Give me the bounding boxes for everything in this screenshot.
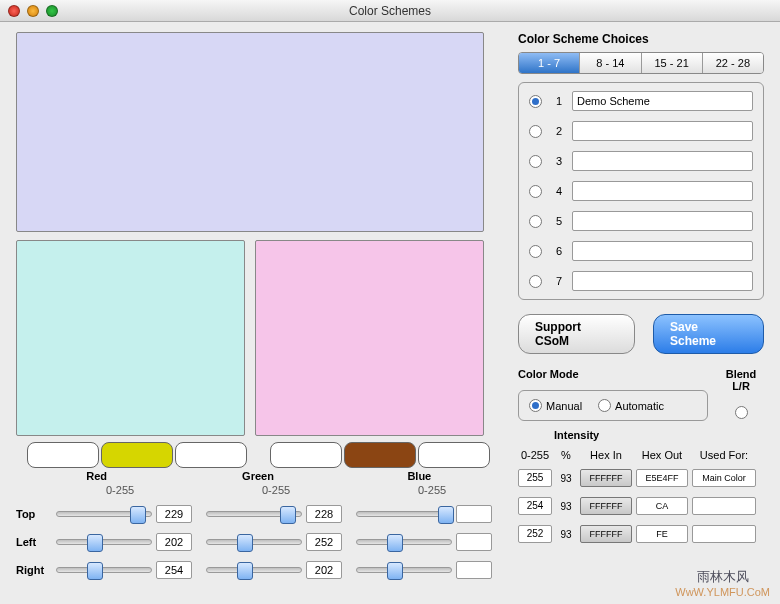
scheme-radio-6[interactable] bbox=[529, 245, 542, 258]
used-2 bbox=[692, 525, 756, 543]
used-1 bbox=[692, 497, 756, 515]
blend-radio[interactable] bbox=[735, 406, 748, 419]
scheme-name-4[interactable] bbox=[572, 181, 753, 201]
chip-green-1[interactable] bbox=[270, 442, 342, 468]
row-top-label: Top bbox=[16, 508, 50, 520]
slider-right-r[interactable] bbox=[56, 567, 152, 573]
tab-1-7[interactable]: 1 - 7 bbox=[519, 53, 580, 73]
chip-green-3[interactable] bbox=[418, 442, 490, 468]
chip-red-2[interactable] bbox=[101, 442, 173, 468]
val-left-r[interactable]: 202 bbox=[156, 533, 192, 551]
val-right-b[interactable] bbox=[456, 561, 492, 579]
mode-title: Color Mode bbox=[518, 368, 708, 380]
hexout-2: FE bbox=[636, 525, 688, 543]
chip-red-1[interactable] bbox=[27, 442, 99, 468]
val-right-r[interactable]: 254 bbox=[156, 561, 192, 579]
blend-label: Blend L/R bbox=[718, 368, 764, 392]
scheme-radio-2[interactable] bbox=[529, 125, 542, 138]
left-swatch bbox=[16, 240, 245, 436]
scheme-name-6[interactable] bbox=[572, 241, 753, 261]
window-title: Color Schemes bbox=[0, 4, 780, 18]
scheme-radio-3[interactable] bbox=[529, 155, 542, 168]
tab-15-21[interactable]: 15 - 21 bbox=[642, 53, 703, 73]
scheme-name-2[interactable] bbox=[572, 121, 753, 141]
mode-auto-radio[interactable] bbox=[598, 399, 611, 412]
slider-left-r[interactable] bbox=[56, 539, 152, 545]
scheme-radio-4[interactable] bbox=[529, 185, 542, 198]
row-right-label: Right bbox=[16, 564, 50, 576]
intensity-title: Intensity bbox=[518, 429, 764, 441]
scheme-name-3[interactable] bbox=[572, 151, 753, 171]
slider-top-r[interactable] bbox=[56, 511, 152, 517]
scheme-list: 1 2 3 4 5 6 7 bbox=[518, 82, 764, 300]
val-top-b[interactable] bbox=[456, 505, 492, 523]
support-button[interactable]: Support CSoM bbox=[518, 314, 635, 354]
scheme-name-5[interactable] bbox=[572, 211, 753, 231]
slider-right-g[interactable] bbox=[206, 567, 302, 573]
int-val-2[interactable]: 252 bbox=[518, 525, 552, 543]
tab-8-14[interactable]: 8 - 14 bbox=[580, 53, 641, 73]
scheme-name-7[interactable] bbox=[572, 271, 753, 291]
slider-left-g[interactable] bbox=[206, 539, 302, 545]
slider-top-g[interactable] bbox=[206, 511, 302, 517]
range-r: 0-255 bbox=[16, 484, 172, 496]
tab-22-28[interactable]: 22 - 28 bbox=[703, 53, 763, 73]
mode-manual-radio[interactable] bbox=[529, 399, 542, 412]
scheme-radio-7[interactable] bbox=[529, 275, 542, 288]
chip-red-3[interactable] bbox=[175, 442, 247, 468]
hexin-0[interactable]: FFFFFF bbox=[580, 469, 632, 487]
int-val-1[interactable]: 254 bbox=[518, 497, 552, 515]
label-green: Green bbox=[177, 470, 338, 482]
scheme-radio-5[interactable] bbox=[529, 215, 542, 228]
range-tabs: 1 - 7 8 - 14 15 - 21 22 - 28 bbox=[518, 52, 764, 74]
scheme-name-1[interactable] bbox=[572, 91, 753, 111]
slider-left-b[interactable] bbox=[356, 539, 452, 545]
hexout-0: E5E4FF bbox=[636, 469, 688, 487]
val-left-g[interactable]: 252 bbox=[306, 533, 342, 551]
hexin-2[interactable]: FFFFFF bbox=[580, 525, 632, 543]
slider-top-b[interactable] bbox=[356, 511, 452, 517]
slider-right-b[interactable] bbox=[356, 567, 452, 573]
row-left-label: Left bbox=[16, 536, 50, 548]
used-0: Main Color bbox=[692, 469, 756, 487]
save-button[interactable]: Save Scheme bbox=[653, 314, 764, 354]
val-left-b[interactable] bbox=[456, 533, 492, 551]
label-blue: Blue bbox=[339, 470, 500, 482]
hexout-1: CA bbox=[636, 497, 688, 515]
right-swatch bbox=[255, 240, 484, 436]
chip-green-2[interactable] bbox=[344, 442, 416, 468]
label-red: Red bbox=[16, 470, 177, 482]
hexin-1[interactable]: FFFFFF bbox=[580, 497, 632, 515]
val-top-r[interactable]: 229 bbox=[156, 505, 192, 523]
int-val-0[interactable]: 255 bbox=[518, 469, 552, 487]
range-b: 0-255 bbox=[328, 484, 484, 496]
val-right-g[interactable]: 202 bbox=[306, 561, 342, 579]
top-swatch bbox=[16, 32, 484, 232]
choices-title: Color Scheme Choices bbox=[518, 32, 764, 46]
range-g: 0-255 bbox=[172, 484, 328, 496]
titlebar: Color Schemes bbox=[0, 0, 780, 22]
val-top-g[interactable]: 228 bbox=[306, 505, 342, 523]
scheme-radio-1[interactable] bbox=[529, 95, 542, 108]
